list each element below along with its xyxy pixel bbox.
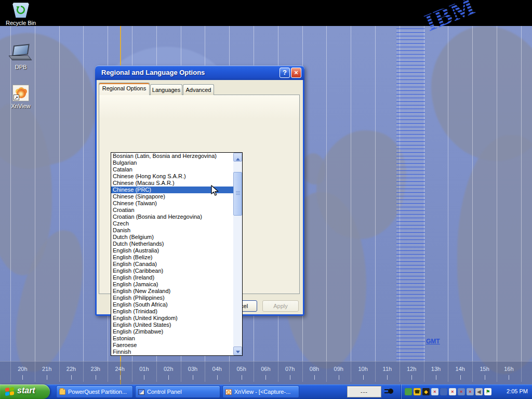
network-places-icon[interactable] <box>440 388 447 395</box>
help-button[interactable]: ? <box>280 68 290 78</box>
timezone-tick <box>22 375 23 380</box>
timezone-line <box>326 26 327 382</box>
language-option[interactable]: English (Canada) <box>111 261 233 268</box>
language-option[interactable]: English (Caribbean) <box>111 268 233 274</box>
timezone-tick <box>436 375 436 380</box>
timezone-tick <box>217 375 218 380</box>
language-option[interactable]: Chinese (Taiwan) <box>111 200 233 207</box>
language-option[interactable]: Danish <box>111 227 233 234</box>
timezone-tick <box>363 375 364 380</box>
language-option[interactable]: Croatian (Bosnia and Herzegovina) <box>111 214 233 220</box>
timezone-line <box>497 26 497 382</box>
language-option[interactable]: English (Jamaica) <box>111 281 233 288</box>
windows-flag-icon <box>5 387 14 396</box>
timezone-hour-label: 20h <box>15 366 30 372</box>
language-option[interactable]: English (Philippines) <box>111 295 233 301</box>
wireless-disconnected-icon[interactable]: × <box>467 388 474 395</box>
recycle-bin-glyph <box>12 2 29 18</box>
language-option[interactable]: Dutch (Netherlands) <box>111 241 233 247</box>
dialog-titlebar[interactable]: Regional and Language Options ? × <box>95 65 304 80</box>
timezone-hour-label: 15h <box>477 366 492 372</box>
icon-label: DPB <box>2 64 39 70</box>
shortcut-arrow-icon: ↗ <box>14 95 19 100</box>
language-option[interactable]: Croatian <box>111 207 233 214</box>
language-option[interactable]: English (Trinidad) <box>111 308 233 315</box>
timezone-line <box>521 26 522 382</box>
volume-icon[interactable]: ◀ <box>475 388 483 395</box>
tab-regional-options[interactable]: Regional Options <box>99 83 150 95</box>
timezone-hour-label: 08h <box>307 366 322 372</box>
xnview-icon <box>225 389 232 395</box>
taskbar-task-control-panel[interactable]: Control Panel <box>135 385 220 398</box>
timezone-tick <box>96 375 96 380</box>
language-option[interactable]: English (Ireland) <box>111 274 233 281</box>
sync-utility-icon[interactable] <box>405 388 412 395</box>
timezone-tick <box>71 375 72 380</box>
language-option[interactable]: English (United Kingdom) <box>111 315 233 322</box>
timezone-line <box>35 26 35 382</box>
language-option[interactable]: Faeroese <box>111 342 233 349</box>
task-label: Control Panel <box>147 389 219 395</box>
language-option[interactable]: Czech <box>111 220 233 227</box>
language-option[interactable]: English (South Africa) <box>111 301 233 308</box>
apply-button[interactable]: Apply <box>262 300 299 312</box>
tab-languages[interactable]: Languages <box>150 84 182 95</box>
timezone-line <box>351 26 351 382</box>
taskbar-clock[interactable]: 2:05 PM <box>507 388 528 394</box>
task-label: PowerQuest Partition... <box>68 389 131 395</box>
timezone-hour-label: 22h <box>64 366 78 372</box>
language-option[interactable]: Catalan <box>111 166 233 173</box>
timezone-tick <box>47 375 47 380</box>
display-adapter-icon[interactable]: ◆ <box>422 388 430 395</box>
modem-phone-icon[interactable]: ☎ <box>414 388 421 395</box>
language-option[interactable]: Bosnian (Latin, Bosnia and Herzegovina) <box>111 153 233 159</box>
scroll-up-button[interactable] <box>233 153 242 162</box>
xnview-icon[interactable]: ↗ XnView <box>2 85 39 109</box>
computer-disconnected-icon[interactable]: × <box>458 388 465 395</box>
input-language-icon[interactable]: ⚑ <box>484 388 491 395</box>
close-button[interactable]: × <box>291 68 301 78</box>
taskbar-task-xnview[interactable]: XnView - [<Capture-... <box>222 385 299 398</box>
language-option[interactable]: Dutch (Belgium) <box>111 234 233 241</box>
recycle-bin-icon[interactable]: Recycle Bin <box>2 2 39 27</box>
language-option[interactable]: English (Zimbabwe) <box>111 328 233 335</box>
timezone-line <box>83 26 84 382</box>
users-disconnected-icon[interactable]: × <box>431 388 438 395</box>
scrollbar-thumb[interactable] <box>233 172 242 216</box>
timezone-hour-label: 06h <box>258 366 273 372</box>
timezone-hour-label: 11h <box>380 366 394 372</box>
language-option[interactable]: English (United States) <box>111 322 233 328</box>
timezone-tick <box>387 375 388 380</box>
language-option[interactable]: English (Australia) <box>111 247 233 254</box>
dialog-title: Regional and Language Options <box>101 69 205 76</box>
timezone-hour-label: 02h <box>161 366 176 372</box>
tab-advanced[interactable]: Advanced <box>183 84 214 95</box>
language-option[interactable]: English (Belize) <box>111 254 233 261</box>
timezone-tick <box>120 375 121 380</box>
timezone-tick <box>314 375 315 380</box>
language-option[interactable]: Estonian <box>111 335 233 342</box>
timezone-tick <box>411 375 412 380</box>
mouse-cursor <box>211 185 219 198</box>
language-option[interactable]: English (New Zealand) <box>111 288 233 295</box>
timezone-hour-band: 20h21h22h23h24h01h02h03h04h05h06h07h08h0… <box>0 361 532 384</box>
scroll-down-button[interactable] <box>233 347 242 355</box>
language-option[interactable]: Bulgarian <box>111 159 233 166</box>
language-option[interactable]: Chinese (Hong Kong S.A.R.) <box>111 173 233 180</box>
locale-options: Bosnian (Latin, Bosnia and Herzegovina)B… <box>111 153 233 355</box>
timezone-line <box>59 26 60 382</box>
control-panel-icon <box>138 389 144 395</box>
start-button[interactable]: start <box>0 384 50 399</box>
timezone-line <box>10 26 11 382</box>
landmass <box>302 153 326 184</box>
gmt-meridian-band <box>396 29 425 362</box>
power-plug-icon <box>384 387 394 397</box>
taskbar-task-powerquest[interactable]: PowerQuest Partition... <box>56 385 133 398</box>
timezone-tick <box>339 375 339 380</box>
timezone-tick <box>485 375 485 380</box>
timezone-tick <box>460 375 461 380</box>
signal-disabled-icon[interactable]: × <box>449 388 456 395</box>
list-scrollbar[interactable] <box>233 153 242 355</box>
dpb-icon[interactable]: DPB <box>2 44 39 70</box>
language-option[interactable]: Finnish <box>111 349 233 355</box>
